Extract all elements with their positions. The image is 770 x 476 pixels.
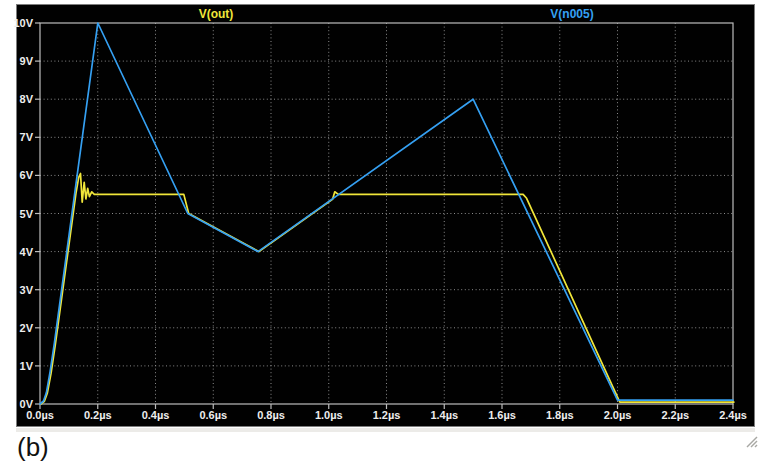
y-tick-label: 0V [20, 398, 34, 410]
y-tick-label: 6V [20, 169, 34, 181]
x-tick-label: 1.4µs [430, 409, 458, 421]
x-tick-label: 1.6µs [488, 409, 516, 421]
trace-vout [41, 174, 734, 405]
x-tick-label: 2.4µs [719, 409, 747, 421]
x-tick-label: 2.0µs [604, 409, 632, 421]
x-tick-label: 1.2µs [373, 409, 401, 421]
x-tick-label: 0.0µs [26, 409, 54, 421]
y-tick-label: 7V [20, 131, 34, 143]
y-tick-label: 5V [20, 208, 34, 220]
x-tick-label: 0.4µs [142, 409, 170, 421]
x-tick-label: 0.8µs [257, 409, 285, 421]
y-tick-label: 2V [20, 322, 34, 334]
y-tick-label: 3V [20, 284, 34, 296]
x-tick-label: 0.6µs [199, 409, 227, 421]
x-tick-label: 0.2µs [84, 409, 112, 421]
legend-vn005[interactable]: V(n005) [550, 7, 593, 21]
y-tick-label: 9V [20, 55, 34, 67]
gridlines [40, 23, 733, 404]
legend-vout[interactable]: V(out) [199, 7, 234, 21]
x-tick-label: 1.0µs [315, 409, 343, 421]
figure-caption: (b) [17, 432, 49, 463]
x-tick-label: 1.8µs [546, 409, 574, 421]
y-tick-label: 8V [20, 93, 34, 105]
x-tick-label: 2.2µs [661, 409, 689, 421]
waveform-plot[interactable]: 0.0µs0.2µs0.4µs0.6µs0.8µs1.0µs1.2µs1.4µs… [0, 0, 770, 476]
page: 0.0µs0.2µs0.4µs0.6µs0.8µs1.0µs1.2µs1.4µs… [0, 0, 770, 476]
resize-grip-icon[interactable] [744, 434, 758, 448]
y-tick-label: 10V [13, 17, 33, 29]
y-tick-label: 1V [20, 360, 34, 372]
y-tick-label: 4V [20, 246, 34, 258]
